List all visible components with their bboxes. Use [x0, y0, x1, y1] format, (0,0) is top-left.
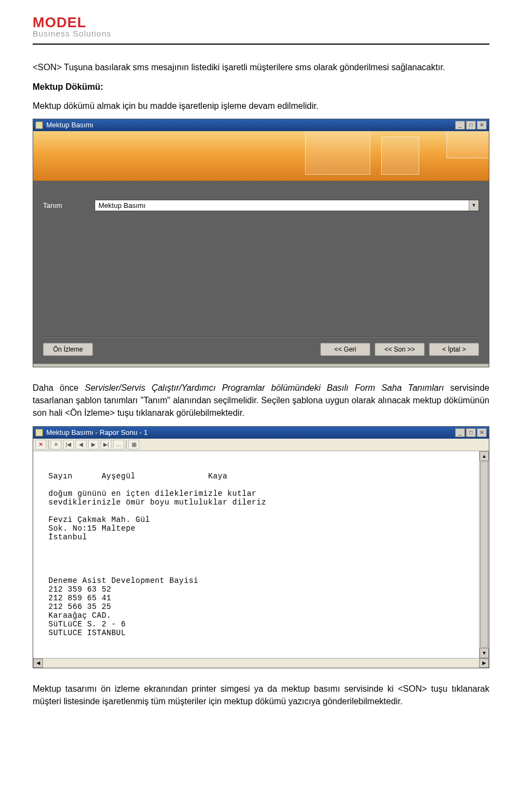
last-page-icon[interactable]: ▶| [101, 440, 111, 450]
prev-page-icon[interactable]: ◀ [76, 440, 86, 450]
close-button[interactable]: ✕ [477, 428, 487, 437]
decorative-banner [33, 131, 489, 181]
logo-main: MODEL [33, 16, 489, 29]
maximize-button[interactable]: □ [466, 121, 476, 130]
minimize-button[interactable]: _ [455, 121, 465, 130]
paragraph-4: Mektup tasarımı ön izleme ekranından pri… [33, 682, 489, 708]
logo-block: MODEL Business Solutions [33, 16, 489, 38]
iptal-button[interactable]: < İptal > [429, 343, 479, 356]
report-text: Sayın Ayşegül Kaya doğum gününü en içten… [33, 451, 479, 658]
next-page-icon[interactable]: ▶ [88, 440, 99, 450]
logo-subtitle: Business Solutions [33, 29, 489, 38]
scroll-thumb[interactable] [480, 462, 488, 648]
horizontal-scrollbar[interactable]: ◀ ▶ [33, 658, 489, 668]
status-bar [33, 364, 489, 367]
field-label-tanim: Tanım [43, 201, 95, 210]
vertical-scrollbar[interactable]: ▲ ▼ [479, 451, 489, 658]
titlebar: Mektup Basımı _ □ ✕ [33, 119, 489, 131]
scroll-right-icon[interactable]: ▶ [479, 659, 489, 668]
paragraph-2: Mektup dökümü almak için bu madde işaret… [33, 100, 489, 112]
scroll-up-icon[interactable]: ▲ [480, 451, 489, 461]
heading-mektup-dokumu: Mektup Dökümü: [33, 81, 489, 93]
cut-icon[interactable]: ✕ [51, 440, 61, 450]
paragraph-3-prefix: Daha önce [33, 383, 85, 392]
grid-icon[interactable]: ▦ [128, 440, 139, 450]
paragraph-1: <SON> Tuşuna basılarak sms mesajının lis… [33, 61, 489, 73]
geri-button[interactable]: << Geri [320, 343, 370, 356]
chevron-down-icon[interactable]: ▼ [469, 200, 478, 211]
maximize-button[interactable]: □ [466, 428, 476, 437]
tanim-dropdown-value: Mektup Basımı [95, 200, 469, 211]
window-mektup-basimi: Mektup Basımı _ □ ✕ Tanım Mektup Basımı … [33, 119, 489, 367]
close-button[interactable]: ✕ [477, 121, 487, 130]
window-title: Mektup Basımı [46, 121, 94, 129]
window2-title: Mektup Basımı - Rapor Sonu - 1 [46, 428, 147, 436]
on-izleme-button[interactable]: Ön İzleme [43, 343, 93, 356]
report-toolbar: ✕ ✕ |◀ ◀ ▶ ▶| … ▦ [33, 439, 489, 451]
minimize-button[interactable]: _ [455, 428, 465, 437]
window-icon [35, 121, 43, 129]
paragraph-3-italic: Servisler/Servis Çalıştır/Yardımcı Progr… [85, 383, 444, 392]
son-button[interactable]: << Son >> [375, 343, 425, 356]
header-rule [33, 44, 489, 45]
more-icon[interactable]: … [113, 440, 124, 450]
toolbar-separator [48, 440, 49, 450]
window-rapor-sonu: Mektup Basımı - Rapor Sonu - 1 _ □ ✕ ✕ ✕… [33, 426, 489, 668]
tanim-dropdown[interactable]: Mektup Basımı ▼ [95, 200, 479, 211]
scroll-track[interactable] [43, 659, 479, 668]
first-page-icon[interactable]: |◀ [63, 440, 74, 450]
close-report-icon[interactable]: ✕ [35, 440, 46, 450]
titlebar-2: Mektup Basımı - Rapor Sonu - 1 _ □ ✕ [33, 427, 489, 439]
window-icon [35, 429, 43, 436]
scroll-down-icon[interactable]: ▼ [480, 648, 489, 658]
divider [43, 336, 479, 337]
scroll-left-icon[interactable]: ◀ [33, 659, 43, 668]
paragraph-3: Daha önce Servisler/Servis Çalıştır/Yard… [33, 382, 489, 420]
toolbar-separator [126, 440, 127, 450]
